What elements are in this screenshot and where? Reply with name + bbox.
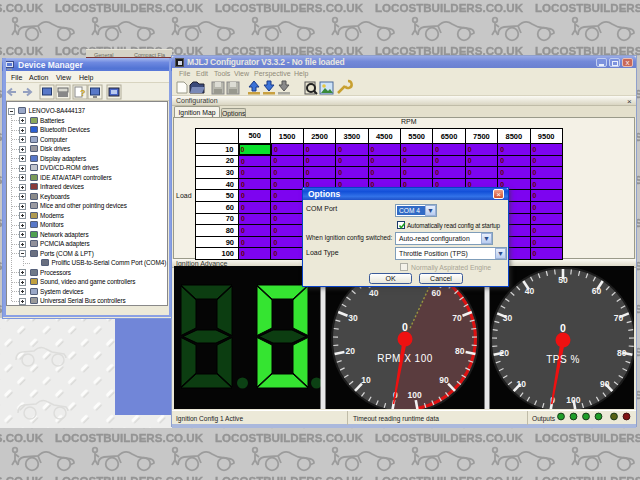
svg-text:60: 60 <box>432 288 442 298</box>
svg-text:70: 70 <box>452 313 462 323</box>
svg-text:90: 90 <box>600 379 610 389</box>
svg-text:0: 0 <box>560 322 566 334</box>
svg-text:30: 30 <box>503 313 513 323</box>
svg-text:50: 50 <box>558 275 568 285</box>
svg-text:TPS %: TPS % <box>546 354 580 365</box>
svg-text:20: 20 <box>500 348 510 358</box>
svg-text:10: 10 <box>361 375 371 385</box>
svg-text:40: 40 <box>525 286 535 296</box>
svg-text:100: 100 <box>408 390 422 400</box>
svg-text:60: 60 <box>592 286 602 296</box>
svg-text:80: 80 <box>455 346 465 356</box>
svg-text:30: 30 <box>348 313 358 323</box>
svg-text:100: 100 <box>566 395 580 405</box>
svg-text:40: 40 <box>369 288 379 298</box>
svg-text:70: 70 <box>614 313 624 323</box>
svg-text:RPM X 100: RPM X 100 <box>377 353 433 364</box>
svg-text:10: 10 <box>517 379 527 389</box>
svg-text:20: 20 <box>345 346 355 356</box>
svg-text:90: 90 <box>439 375 449 385</box>
svg-text:0: 0 <box>402 321 408 333</box>
svg-text:80: 80 <box>617 348 627 358</box>
